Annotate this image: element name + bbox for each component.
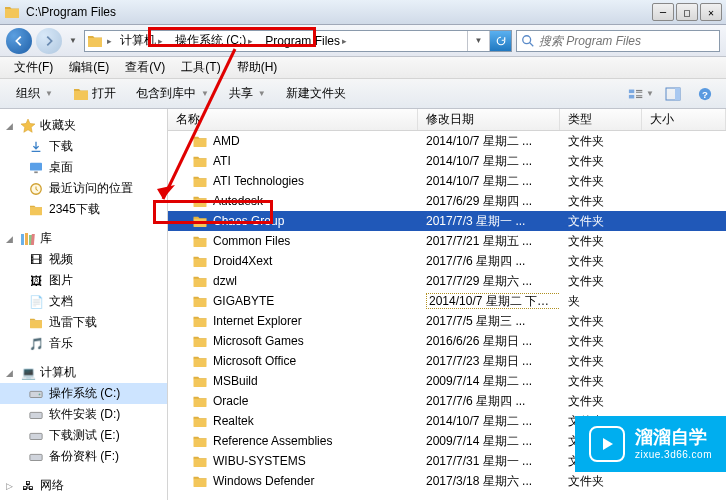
breadcrumb-computer[interactable]: 计算机▸	[114, 31, 169, 51]
menu-file[interactable]: 文件(F)	[6, 57, 61, 78]
svg-text:?: ?	[702, 88, 708, 99]
menu-edit[interactable]: 编辑(E)	[61, 57, 117, 78]
history-dropdown[interactable]: ▼	[66, 29, 80, 53]
sidebar-item-downloads[interactable]: 下载	[0, 136, 167, 157]
cell-date: 2017/7/6 星期四 ...	[418, 393, 560, 410]
table-row[interactable]: Internet Explorer2017/7/5 星期三 ...文件夹	[168, 311, 726, 331]
folder-icon	[192, 135, 208, 148]
menu-view[interactable]: 查看(V)	[117, 57, 173, 78]
table-row[interactable]: GIGABYTE2014/10/7 星期二 下午 3:41夹	[168, 291, 726, 311]
menu-tools[interactable]: 工具(T)	[173, 57, 228, 78]
view-options-button[interactable]: ▼	[628, 83, 654, 105]
svg-rect-10	[21, 234, 24, 245]
cell-date: 2014/10/7 星期二 ...	[418, 173, 560, 190]
cell-name: MSBuild	[168, 374, 418, 388]
folder-icon	[192, 295, 208, 308]
folder-icon	[192, 275, 208, 288]
sidebar-item-videos[interactable]: 🎞视频	[0, 249, 167, 270]
table-row[interactable]: Windows Defender2017/3/18 星期六 ...文件夹	[168, 471, 726, 491]
cell-type: 文件夹	[560, 153, 642, 170]
table-row[interactable]: AMD2014/10/7 星期二 ...文件夹	[168, 131, 726, 151]
table-row[interactable]: Microsoft Games2016/6/26 星期日 ...文件夹	[168, 331, 726, 351]
tool-include-library[interactable]: 包含到库中▼	[128, 82, 217, 105]
breadcrumb-drive-c[interactable]: 操作系统 (C:)▸	[169, 31, 259, 51]
sidebar-item-recent[interactable]: 最近访问的位置	[0, 178, 167, 199]
column-date[interactable]: 修改日期	[418, 109, 560, 130]
sidebar-computer-header[interactable]: ◢ 💻 计算机	[0, 362, 167, 383]
folder-icon	[28, 315, 44, 331]
folder-icon	[29, 204, 43, 216]
tool-organize[interactable]: 组织▼	[8, 82, 61, 105]
cell-name: Realtek	[168, 414, 418, 428]
svg-rect-11	[25, 233, 28, 245]
folder-icon	[192, 335, 208, 348]
table-row[interactable]: Droid4Xext2017/7/6 星期四 ...文件夹	[168, 251, 726, 271]
sidebar-label: 网络	[40, 477, 64, 494]
table-row[interactable]: Common Files2017/7/21 星期五 ...文件夹	[168, 231, 726, 251]
open-folder-icon	[73, 87, 89, 101]
column-size[interactable]: 大小	[642, 109, 726, 130]
search-input[interactable]	[539, 34, 715, 48]
search-box[interactable]	[516, 30, 720, 52]
sidebar-item-drive-d[interactable]: 软件安装 (D:)	[0, 404, 167, 425]
window-titlebar: C:\Program Files ─ □ ✕	[0, 0, 726, 25]
computer-icon: 💻	[20, 365, 36, 381]
column-name[interactable]: 名称	[168, 109, 418, 130]
column-type[interactable]: 类型	[560, 109, 642, 130]
table-row[interactable]: MSBuild2009/7/14 星期二 ...文件夹	[168, 371, 726, 391]
sidebar-favorites-header[interactable]: ◢ 收藏夹	[0, 115, 167, 136]
sidebar-item-2345[interactable]: 2345下载	[0, 199, 167, 220]
tool-new-folder[interactable]: 新建文件夹	[278, 82, 354, 105]
table-row[interactable]: Microsoft Office2017/7/23 星期日 ...文件夹	[168, 351, 726, 371]
sidebar-network-header[interactable]: ▷ 🖧 网络	[0, 475, 167, 496]
cell-date: 2014/10/7 星期二 ...	[418, 153, 560, 170]
cell-type: 文件夹	[560, 393, 642, 410]
help-button[interactable]: ?	[692, 83, 718, 105]
collapse-icon: ◢	[6, 368, 16, 378]
sidebar-item-music[interactable]: 🎵音乐	[0, 333, 167, 354]
folder-icon	[87, 34, 103, 48]
cell-date: 2014/10/7 星期二 下午 3:41	[418, 293, 560, 310]
table-row[interactable]: ATI2014/10/7 星期二 ...文件夹	[168, 151, 726, 171]
column-headers: 名称 修改日期 类型 大小	[168, 109, 726, 131]
cell-type: 文件夹	[560, 473, 642, 490]
cell-type: 文件夹	[560, 373, 642, 390]
preview-pane-button[interactable]	[660, 83, 686, 105]
table-row[interactable]: dzwl2017/7/29 星期六 ...文件夹	[168, 271, 726, 291]
sidebar-item-thunder[interactable]: 迅雷下载	[0, 312, 167, 333]
back-button[interactable]	[6, 28, 32, 54]
folder-icon	[192, 175, 208, 188]
svg-point-15	[39, 393, 41, 395]
sidebar-item-documents[interactable]: 📄文档	[0, 291, 167, 312]
sidebar-item-drive-c[interactable]: 操作系统 (C:)	[0, 383, 167, 404]
maximize-button[interactable]: □	[676, 3, 698, 21]
table-row[interactable]: Chaos Group2017/7/3 星期一 ...文件夹	[168, 211, 726, 231]
menu-help[interactable]: 帮助(H)	[229, 57, 286, 78]
sidebar-item-drive-e[interactable]: 下载测试 (E:)	[0, 425, 167, 446]
folder-icon	[192, 215, 208, 228]
table-row[interactable]: Autodesk2017/6/29 星期四 ...文件夹	[168, 191, 726, 211]
breadcrumb-program-files[interactable]: Program Files▸	[259, 31, 353, 51]
sidebar-libraries-header[interactable]: ◢ 库	[0, 228, 167, 249]
cell-date: 2017/7/21 星期五 ...	[418, 233, 560, 250]
sidebar-item-pictures[interactable]: 🖼图片	[0, 270, 167, 291]
address-bar[interactable]: ▸ 计算机▸ 操作系统 (C:)▸ Program Files▸ ▼	[84, 30, 512, 52]
forward-button[interactable]	[36, 28, 62, 54]
cell-type: 文件夹	[560, 333, 642, 350]
sidebar-item-drive-f[interactable]: 备份资料 (F:)	[0, 446, 167, 467]
cell-date: 2017/7/31 星期一 ...	[418, 453, 560, 470]
refresh-button[interactable]	[489, 31, 511, 51]
tool-share[interactable]: 共享▼	[221, 82, 274, 105]
cell-name: Autodesk	[168, 194, 418, 208]
table-row[interactable]: Oracle2017/7/6 星期四 ...文件夹	[168, 391, 726, 411]
document-icon: 📄	[28, 294, 44, 310]
tool-open[interactable]: 打开	[65, 82, 124, 105]
close-button[interactable]: ✕	[700, 3, 722, 21]
sidebar-item-desktop[interactable]: 桌面	[0, 157, 167, 178]
address-dropdown[interactable]: ▼	[467, 31, 489, 51]
minimize-button[interactable]: ─	[652, 3, 674, 21]
table-row[interactable]: ATI Technologies2014/10/7 星期二 ...文件夹	[168, 171, 726, 191]
navigation-bar: ▼ ▸ 计算机▸ 操作系统 (C:)▸ Program Files▸ ▼	[0, 25, 726, 57]
cell-date: 2017/3/18 星期六 ...	[418, 473, 560, 490]
desktop-icon	[29, 162, 43, 174]
